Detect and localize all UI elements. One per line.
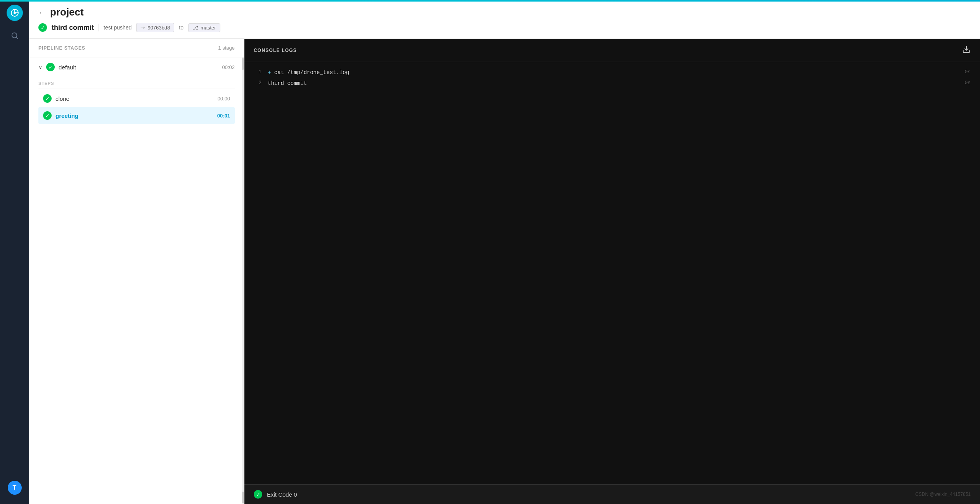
exit-code-status-icon: ✓ xyxy=(254,490,262,499)
step-greeting-status-icon: ✓ xyxy=(43,111,52,120)
svg-point-4 xyxy=(12,33,17,38)
step-clone-name: clone xyxy=(55,95,213,102)
scrollbar-thumb-bottom xyxy=(242,492,244,503)
log-line-num-1: 1 xyxy=(254,68,261,76)
stage-row[interactable]: ∨ ✓ default 00:02 xyxy=(29,57,244,77)
stage-status-icon: ✓ xyxy=(46,63,55,71)
commit-icon: ⇢ xyxy=(140,24,145,31)
search-icon[interactable] xyxy=(8,29,22,43)
log-line-time-2: 0s xyxy=(964,79,971,87)
commit-hash-value: 90763bd8 xyxy=(147,25,170,31)
console-title: CONSOLE LOGS xyxy=(254,48,297,53)
top-accent-bar xyxy=(0,0,980,2)
step-greeting-row[interactable]: ✓ greeting 00:01 xyxy=(38,107,235,124)
pipeline-body: ∨ ✓ default 00:02 STEPS ✓ clone 00:00 xyxy=(29,57,244,504)
step-clone-status-icon: ✓ xyxy=(43,94,52,103)
step-clone-row[interactable]: ✓ clone 00:00 xyxy=(38,90,235,107)
back-arrow-icon: ← xyxy=(38,9,46,16)
steps-section: STEPS ✓ clone 00:00 ✓ greeting 00:01 xyxy=(29,77,244,128)
exit-code-text: Exit Code 0 xyxy=(267,491,297,498)
console-header: CONSOLE LOGS xyxy=(244,39,980,62)
watermark-text: CSDN @weixin_44157851 xyxy=(915,492,971,497)
project-title: project xyxy=(50,6,84,18)
branch-name: master xyxy=(201,25,216,31)
branch-icon: ⎇ xyxy=(192,25,198,31)
chevron-down-icon: ∨ xyxy=(38,64,42,70)
avatar[interactable]: T xyxy=(8,481,22,495)
pipeline-panel: PIPELINE STAGES 1 stage ∨ ✓ default 00:0… xyxy=(29,39,244,504)
download-icon[interactable] xyxy=(962,45,971,55)
content-area: PIPELINE STAGES 1 stage ∨ ✓ default 00:0… xyxy=(29,39,980,504)
log-line-text-1: + cat /tmp/drone_test.log xyxy=(268,68,958,77)
stage-count: 1 stage xyxy=(218,45,235,51)
steps-label: STEPS xyxy=(38,77,235,88)
svg-line-5 xyxy=(16,37,18,39)
step-greeting-name: greeting xyxy=(55,112,213,119)
branch-badge[interactable]: ⎇ master xyxy=(188,23,220,32)
sidebar: T xyxy=(0,0,29,504)
stage-name: default xyxy=(59,64,218,71)
stage-time: 00:02 xyxy=(222,64,235,70)
pushed-by-text: test pushed xyxy=(104,24,132,31)
log-line-2: 2 third commit 0s xyxy=(254,79,971,88)
step-clone-time: 00:00 xyxy=(217,96,230,102)
pipeline-title: PIPELINE STAGES xyxy=(38,45,85,51)
status-success-icon: ✓ xyxy=(38,23,47,32)
back-button[interactable]: ← project xyxy=(38,6,971,18)
commit-name: third commit xyxy=(52,24,94,32)
log-line-1: 1 + cat /tmp/drone_test.log 0s xyxy=(254,68,971,77)
console-panel: CONSOLE LOGS 1 + cat /tmp/drone_test.log… xyxy=(244,39,980,504)
step-greeting-time: 00:01 xyxy=(217,113,230,119)
console-body: 1 + cat /tmp/drone_test.log 0s 2 third c… xyxy=(244,62,980,484)
header-meta: ✓ third commit test pushed ⇢ 90763bd8 to… xyxy=(38,23,971,32)
console-footer: ✓ Exit Code 0 CSDN @weixin_44157851 xyxy=(244,484,980,504)
header: ← project ✓ third commit test pushed ⇢ 9… xyxy=(29,0,980,39)
pipeline-header: PIPELINE STAGES 1 stage xyxy=(29,39,244,57)
scrollbar-track xyxy=(242,57,244,504)
divider xyxy=(99,24,99,31)
sidebar-logo[interactable] xyxy=(7,5,23,21)
log-line-time-1: 0s xyxy=(964,68,971,76)
log-line-num-2: 2 xyxy=(254,79,261,87)
log-line-text-2: third commit xyxy=(268,79,958,88)
scrollbar-thumb xyxy=(242,58,244,70)
commit-hash-badge[interactable]: ⇢ 90763bd8 xyxy=(136,23,174,32)
svg-point-1 xyxy=(14,12,16,14)
cmd-plus-icon: + xyxy=(268,69,271,76)
to-label: to xyxy=(179,24,184,31)
main-content: ← project ✓ third commit test pushed ⇢ 9… xyxy=(29,0,980,504)
